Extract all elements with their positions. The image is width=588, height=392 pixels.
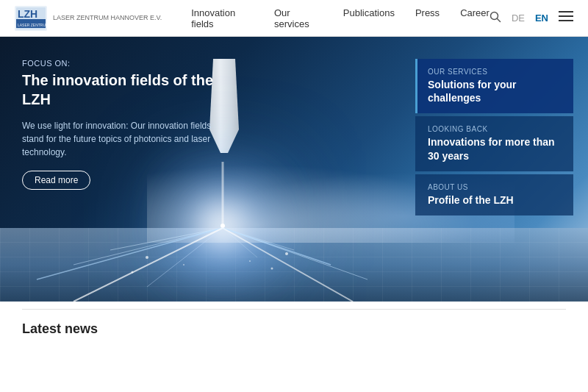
panel-title-0: Solutions for your challenges	[428, 78, 563, 104]
panel-item-looking-back[interactable]: LOOKING BACK Innovations for more than 3…	[415, 116, 573, 171]
logo-text: LASER ZENTRUM HANNOVER e.V.	[53, 14, 162, 23]
logo[interactable]: LZH LASER ZENTRUM LASER ZENTRUM HANNOVER…	[15, 6, 162, 31]
nav-publications[interactable]: Publications	[343, 7, 395, 29]
lang-de-button[interactable]: DE	[512, 13, 525, 24]
panel-title-2: Profile of the LZH	[428, 193, 563, 207]
nav-career[interactable]: Career	[460, 7, 490, 29]
section-divider	[22, 309, 566, 310]
nav-press[interactable]: Press	[415, 7, 440, 29]
panel-label-2: ABOUT US	[428, 183, 563, 191]
panel-title-1: Innovations for more than 30 years	[428, 135, 563, 162]
panel-item-about-us[interactable]: ABOUT US Profile of the LZH	[415, 174, 573, 215]
svg-text:LASER ZENTRUM: LASER ZENTRUM	[18, 23, 47, 27]
hamburger-menu-icon[interactable]	[559, 10, 573, 26]
hero-title: The innovation fields of the LZH	[22, 71, 228, 109]
svg-line-6	[497, 18, 500, 21]
panel-item-our-services[interactable]: OUR SERVICES Solutions for your challeng…	[415, 59, 573, 113]
focus-label: FOCUS ON:	[22, 59, 228, 68]
search-icon[interactable]	[490, 11, 501, 26]
header-right: DE EN	[490, 10, 573, 26]
hero-panel: OUR SERVICES Solutions for your challeng…	[415, 59, 573, 215]
nav-innovation-fields[interactable]: Innovation fields	[191, 7, 254, 29]
latest-news-section: Latest news	[0, 317, 588, 337]
main-nav: Innovation fields Our services Publicati…	[191, 7, 490, 29]
read-more-button[interactable]: Read more	[22, 171, 90, 190]
panel-label-1: LOOKING BACK	[428, 125, 563, 133]
svg-text:LZH: LZH	[18, 8, 37, 20]
site-header: LZH LASER ZENTRUM LASER ZENTRUM HANNOVER…	[0, 0, 588, 37]
logo-icon: LZH LASER ZENTRUM	[15, 6, 47, 31]
lang-en-button[interactable]: EN	[535, 13, 548, 24]
nav-our-services[interactable]: Our services	[274, 7, 323, 29]
latest-news-title: Latest news	[22, 321, 566, 337]
hero-description: We use light for innovation: Our innovat…	[22, 119, 228, 159]
hero-section: FOCUS ON: The innovation fields of the L…	[0, 37, 588, 302]
hero-text-block: FOCUS ON: The innovation fields of the L…	[22, 59, 228, 190]
panel-label-0: OUR SERVICES	[428, 68, 563, 76]
